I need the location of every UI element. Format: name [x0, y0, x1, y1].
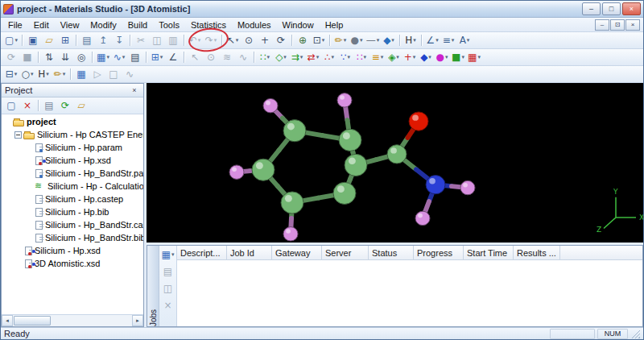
- viewport-3d[interactable]: XYZ: [147, 83, 643, 243]
- column-header[interactable]: Server: [322, 246, 369, 259]
- chart-view-icon[interactable]: ∿: [122, 67, 138, 81]
- atom-C[interactable]: [339, 129, 361, 151]
- spectrum-tool-icon[interactable]: ≋: [219, 50, 235, 64]
- ring-sketch-icon[interactable]: ○▾: [19, 67, 35, 81]
- zoom-mode-icon[interactable]: ⊙: [241, 33, 257, 48]
- sketch-atom-icon[interactable]: ●▾: [349, 33, 365, 48]
- measure-icon[interactable]: ∠▾: [424, 33, 440, 48]
- tree-item[interactable]: Silicium - Hp CASTEP Energy: [2, 128, 143, 141]
- atom-C[interactable]: [333, 182, 356, 204]
- tree-item[interactable]: Silicium - Hp.param: [2, 141, 143, 154]
- reflex-module-icon[interactable]: ≡▾: [369, 50, 386, 64]
- open-folder-icon[interactable]: ▱: [41, 33, 57, 48]
- grid-display-icon[interactable]: ⊞▾: [149, 50, 165, 64]
- atom-H[interactable]: [263, 98, 278, 112]
- tree-item[interactable]: project: [2, 115, 143, 128]
- tree-item[interactable]: 3D Atomistic.xsd: [2, 257, 143, 270]
- atom-C[interactable]: [283, 120, 306, 142]
- minimize-button[interactable]: –: [582, 2, 601, 15]
- synthia-module-icon[interactable]: +▾: [402, 50, 418, 64]
- tree-item[interactable]: Silicium - Hp.xsd: [2, 154, 143, 167]
- atom-C[interactable]: [345, 154, 367, 176]
- play-animation-icon[interactable]: ▷: [89, 67, 105, 81]
- sorption-module-icon[interactable]: ◈▾: [386, 50, 402, 64]
- sort-icon[interactable]: ⇅: [41, 50, 57, 64]
- scrollbar-thumb[interactable]: [14, 316, 51, 325]
- stop-animation-icon[interactable]: □: [105, 67, 122, 81]
- tree-expander-icon[interactable]: [14, 131, 22, 139]
- fragment-browser-icon[interactable]: ⊟▾: [3, 67, 19, 81]
- clean-geometry-icon[interactable]: ✏▾: [52, 67, 68, 81]
- atom-H[interactable]: [283, 227, 298, 241]
- selection-mode-icon[interactable]: ↖▾: [225, 33, 241, 48]
- import-icon[interactable]: ↧: [111, 33, 127, 48]
- item-properties-icon[interactable]: ▤: [41, 98, 57, 113]
- tree-item[interactable]: Silicium - Hp - Calculation: [2, 180, 143, 193]
- stop-icon[interactable]: ■: [19, 50, 35, 64]
- mesocite-module-icon[interactable]: ■▾: [450, 50, 466, 64]
- properties-icon[interactable]: ▤: [127, 50, 143, 64]
- menu-modify[interactable]: Modify: [85, 19, 122, 31]
- job-delete-icon[interactable]: ×: [160, 298, 176, 313]
- import-project-icon[interactable]: ▱: [73, 98, 89, 113]
- close-button[interactable]: ×: [622, 2, 641, 15]
- angle-measure-icon[interactable]: ∠: [165, 50, 181, 64]
- atom-N[interactable]: [426, 176, 445, 194]
- undo-icon[interactable]: ↶▾: [187, 33, 203, 48]
- column-header[interactable]: Progress: [414, 246, 464, 259]
- menu-window[interactable]: Window: [277, 19, 320, 31]
- maximize-button[interactable]: □: [602, 2, 621, 15]
- table-view-icon[interactable]: ▦: [73, 67, 89, 81]
- tree-item[interactable]: Silicium - Hp_BandStr.par: [2, 167, 143, 180]
- title-bar[interactable]: project - Materials Studio - [3D Atomist…: [1, 1, 643, 18]
- tree-item[interactable]: Silicium - Hp.castep: [2, 193, 143, 205]
- rotate-mode-icon[interactable]: ⟳: [273, 33, 289, 48]
- new-table-icon[interactable]: ▦▾: [95, 50, 111, 64]
- scrollbar-track[interactable]: [52, 315, 132, 326]
- atom-H[interactable]: [415, 211, 430, 225]
- tree-item[interactable]: Silicium - Hp.bib: [2, 205, 143, 218]
- resize-grip-icon[interactable]: [630, 329, 640, 338]
- onetep-module-icon[interactable]: ▦▾: [466, 50, 482, 64]
- filter-icon[interactable]: ⇊: [57, 50, 73, 64]
- mdi-restore-button[interactable]: ⊡: [610, 19, 625, 31]
- select-tool-gray-icon[interactable]: ↖: [187, 50, 203, 64]
- polymer-builder-icon[interactable]: ∷▾: [257, 50, 273, 64]
- atom-C[interactable]: [387, 145, 407, 164]
- add-hydrogen-icon[interactable]: H▾: [35, 67, 52, 81]
- new-chart-icon[interactable]: ∿▾: [111, 50, 127, 64]
- adjust-hydrogen-icon[interactable]: H▾: [402, 33, 419, 48]
- save-icon[interactable]: ▣: [25, 33, 41, 48]
- display-style-icon[interactable]: ≡▾: [440, 33, 456, 48]
- atom-H[interactable]: [229, 165, 244, 179]
- menu-tools[interactable]: Tools: [153, 19, 185, 31]
- element-picker-icon[interactable]: ◆▾: [381, 33, 397, 48]
- export-icon[interactable]: ↥: [95, 33, 111, 48]
- mdi-close-button[interactable]: ×: [625, 19, 640, 31]
- center-view-icon[interactable]: ⊕: [295, 33, 311, 48]
- job-view-icon[interactable]: ▦▾: [160, 247, 176, 262]
- castep-module-icon[interactable]: ∴▾: [321, 50, 337, 64]
- find-icon[interactable]: ◎: [73, 50, 89, 64]
- atom-H[interactable]: [337, 93, 352, 107]
- dmol3-module-icon[interactable]: ∵▾: [337, 50, 353, 64]
- nanostructure-builder-icon[interactable]: ⇉▾: [289, 50, 305, 64]
- tree-item[interactable]: Silicium - Hp_BandStr.cas: [2, 218, 143, 231]
- menu-modules[interactable]: Modules: [232, 19, 277, 31]
- zoom-tool-gray-icon[interactable]: ⊙: [203, 50, 219, 64]
- project-panel-close-icon[interactable]: ×: [129, 85, 140, 95]
- delete-item-icon[interactable]: ×: [19, 98, 35, 113]
- new-document-icon[interactable]: ▢▾: [3, 33, 19, 48]
- atom-C[interactable]: [281, 192, 303, 214]
- scroll-right-icon[interactable]: ►: [132, 315, 143, 326]
- print-icon[interactable]: ▤: [79, 33, 95, 48]
- column-header[interactable]: Job Id: [227, 246, 272, 259]
- molecule-canvas[interactable]: XYZ: [147, 83, 643, 243]
- menu-file[interactable]: File: [2, 19, 28, 31]
- new-item-icon[interactable]: ▢: [3, 98, 19, 113]
- column-header[interactable]: Descript...: [177, 246, 227, 259]
- column-header[interactable]: Status: [369, 246, 414, 259]
- menu-statistics[interactable]: Statistics: [185, 19, 232, 31]
- label-icon[interactable]: A▾: [456, 33, 473, 48]
- column-header[interactable]: Results ...: [514, 246, 560, 259]
